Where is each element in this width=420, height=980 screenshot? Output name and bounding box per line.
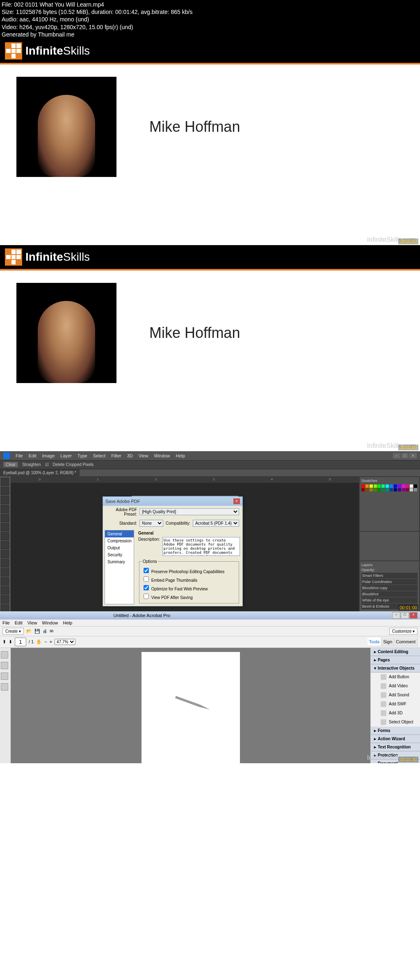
lasso-tool-icon[interactable]	[1, 496, 9, 504]
minimize-icon[interactable]: −	[393, 453, 400, 459]
section-interactive[interactable]: ▾ Interactive Objects	[371, 664, 420, 672]
hand-tool-icon[interactable]	[1, 595, 9, 604]
menu-type[interactable]: Type	[78, 453, 87, 458]
zoom-in-icon[interactable]: +	[50, 639, 52, 644]
opt-view[interactable]: View PDF After Saving	[142, 592, 236, 601]
pages-icon[interactable]	[1, 651, 8, 659]
section-forms[interactable]: ▸ Forms	[371, 727, 420, 735]
ps-icon	[3, 452, 10, 459]
acrobat-canvas[interactable]	[11, 648, 370, 763]
clear-button[interactable]: Clear	[3, 462, 18, 467]
stamp-tool-icon[interactable]	[1, 541, 9, 549]
layer-item[interactable]: Polar Coordinates	[361, 579, 418, 585]
menu-edit[interactable]: Edit	[29, 453, 37, 458]
eyedropper-tool-icon[interactable]	[1, 523, 9, 531]
menu-image[interactable]: Image	[42, 453, 55, 458]
menu-filter[interactable]: Filter	[111, 453, 121, 458]
zoom-select[interactable]: 47.7%	[55, 639, 75, 645]
bookmarks-icon[interactable]	[1, 662, 8, 669]
layer-item[interactable]: Bloodshot copy	[361, 585, 418, 591]
document-tab[interactable]: Eyeball.psd @ 100% (Layer 2, RGB/8) *	[0, 469, 80, 476]
page-count: / 1	[29, 639, 34, 644]
menu-view[interactable]: View	[139, 453, 148, 458]
page-input[interactable]	[15, 638, 26, 646]
menu-edit[interactable]: Edit	[15, 620, 23, 625]
eraser-tool-icon[interactable]	[1, 550, 9, 558]
opt-optimize[interactable]: Optimize for Fast Web Preview	[142, 583, 236, 592]
select-object[interactable]: Select Object	[371, 718, 420, 727]
print-icon[interactable]: 🖨	[43, 629, 47, 633]
mail-icon[interactable]: ✉	[50, 629, 53, 634]
open-icon[interactable]: 📂	[26, 629, 32, 634]
zoom-out-icon[interactable]: −	[44, 639, 47, 644]
menu-window[interactable]: Window	[42, 620, 58, 625]
desc-text[interactable]: Use these settings to create Adobe PDF d…	[162, 537, 240, 556]
layer-item[interactable]: Smart Filters	[361, 573, 418, 578]
shape-tool-icon[interactable]	[1, 586, 9, 594]
wand-tool-icon[interactable]	[1, 505, 9, 513]
menu-file[interactable]: File	[16, 453, 23, 458]
close-icon[interactable]: ×	[233, 498, 240, 504]
side-output[interactable]: Output	[105, 544, 134, 551]
section-action[interactable]: ▸ Action Wizard	[371, 735, 420, 743]
swatches-label: Swatches	[361, 479, 418, 483]
add-3d[interactable]: Add 3D	[371, 709, 420, 718]
prev-page-icon[interactable]: ⬆	[2, 639, 6, 645]
menu-layer[interactable]: Layer	[60, 453, 72, 458]
minimize-icon[interactable]: −	[392, 612, 400, 619]
close-icon[interactable]: ×	[409, 612, 418, 619]
layer-item[interactable]: White of the eye	[361, 597, 418, 603]
acrobat-toolbar-2: ⬆ ⬇ / 1 ✋ − + 47.7% Tools Sign Comment	[0, 636, 420, 648]
section-content[interactable]: ▸ Content Editing	[371, 648, 420, 656]
tab-comment[interactable]: Comment	[394, 638, 418, 646]
swatches-panel: Swatches	[360, 477, 419, 531]
tab-sign[interactable]: Sign	[381, 638, 394, 646]
video-icon	[381, 683, 386, 689]
menu-help[interactable]: Help	[176, 453, 185, 458]
opt-preserve[interactable]: Preserve Photoshop Editing Capabilities	[142, 566, 236, 575]
menu-view[interactable]: View	[27, 620, 37, 625]
side-general[interactable]: General	[105, 530, 134, 537]
maximize-icon[interactable]: □	[401, 453, 409, 459]
type-tool-icon[interactable]	[1, 577, 9, 585]
save-icon[interactable]: 💾	[34, 629, 40, 634]
marquee-tool-icon[interactable]	[1, 487, 9, 495]
crop-tool-icon[interactable]	[1, 514, 9, 522]
brush-tool-icon[interactable]	[1, 532, 9, 540]
create-button[interactable]: Create ▾	[2, 628, 24, 635]
add-swf[interactable]: Add SWF	[371, 700, 420, 709]
side-security[interactable]: Security	[105, 551, 134, 558]
attachments-icon[interactable]	[1, 672, 8, 680]
section-pages[interactable]: ▸ Pages	[371, 656, 420, 664]
opt-thumbnails[interactable]: Embed Page Thumbnails	[142, 575, 236, 583]
straighten-button[interactable]: Straighten	[22, 462, 41, 467]
gradient-tool-icon[interactable]	[1, 559, 9, 567]
compat-label: Compatibility:	[166, 521, 190, 526]
layer-item[interactable]: Bloodshot	[361, 591, 418, 597]
menu-help[interactable]: Help	[63, 620, 72, 625]
menu-window[interactable]: Window	[154, 453, 170, 458]
timecode: 00:01:30	[398, 757, 418, 762]
add-sound[interactable]: Add Sound	[371, 691, 420, 700]
preset-select[interactable]: [High Quality Print]	[139, 508, 239, 515]
add-button[interactable]: Add Button	[371, 672, 420, 682]
menu-file[interactable]: File	[2, 620, 10, 625]
hand-tool-icon[interactable]: ✋	[36, 639, 42, 645]
swatches-grid[interactable]	[361, 484, 418, 491]
standard-select[interactable]: None	[139, 520, 163, 527]
side-summary[interactable]: Summary	[105, 558, 134, 565]
maximize-icon[interactable]: □	[401, 612, 409, 619]
add-video[interactable]: Add Video	[371, 682, 420, 691]
signatures-icon[interactable]	[1, 683, 8, 691]
section-text[interactable]: ▸ Text Recognition	[371, 743, 420, 751]
next-page-icon[interactable]: ⬇	[9, 639, 12, 645]
move-tool-icon[interactable]	[1, 478, 9, 486]
customize-button[interactable]: Customize ▾	[389, 628, 418, 635]
tab-tools[interactable]: Tools	[368, 638, 382, 646]
pen-tool-icon[interactable]	[1, 568, 9, 576]
compat-select[interactable]: Acrobat 5 (PDF 1.4)	[193, 520, 239, 527]
close-icon[interactable]: ×	[409, 453, 417, 459]
menu-3d[interactable]: 3D	[127, 453, 133, 458]
menu-select[interactable]: Select	[93, 453, 106, 458]
side-compression[interactable]: Compression	[105, 537, 134, 544]
